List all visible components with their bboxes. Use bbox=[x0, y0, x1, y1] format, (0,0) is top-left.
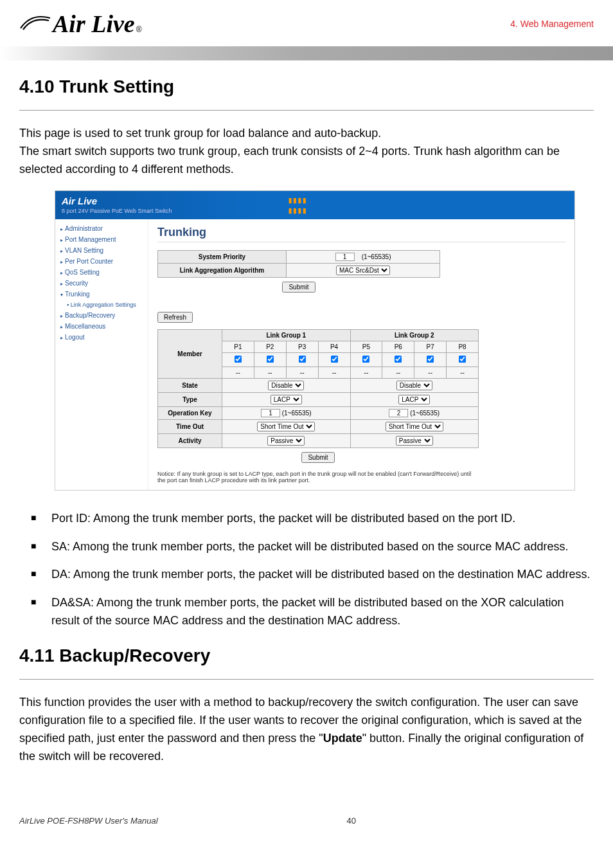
sidebar-item-label: Administrator bbox=[65, 225, 103, 232]
submit-button-top[interactable]: Submit bbox=[282, 282, 315, 293]
priority-table: System Priority (1~65535) Link Aggregati… bbox=[157, 250, 440, 278]
type-label: Type bbox=[158, 392, 222, 406]
submit-button-bottom[interactable]: Submit bbox=[301, 452, 334, 463]
sidebar-item-label: QoS Setting bbox=[65, 269, 100, 276]
activity-label: Activity bbox=[158, 433, 222, 448]
sidebar-item-qos[interactable]: ▸QoS Setting bbox=[55, 267, 148, 278]
opkey-range: (1~65535) bbox=[410, 410, 440, 417]
type-select-g1[interactable]: LACP bbox=[271, 395, 302, 404]
system-priority-cell: (1~65535) bbox=[287, 250, 440, 263]
member-checkbox-p5[interactable] bbox=[362, 356, 369, 363]
chevron-icon: ▸ bbox=[60, 313, 63, 319]
text-line: This page is used to set trunk group for… bbox=[19, 127, 381, 140]
timeout-label: Time Out bbox=[158, 419, 222, 433]
paragraph: This page is used to set trunk group for… bbox=[19, 125, 594, 179]
list-item: DA: Among the trunk member ports, the pa… bbox=[19, 566, 594, 584]
algo-cell: MAC Src&Dst bbox=[287, 263, 440, 277]
timeout-select-g1[interactable]: Short Time Out bbox=[257, 422, 315, 431]
dash-cell: -- bbox=[447, 366, 479, 378]
manual-title: AirLive POE-FSH8PW User's Manual bbox=[19, 816, 158, 826]
sidebar-item-label: Port Management bbox=[65, 236, 116, 243]
dash-cell: -- bbox=[382, 366, 414, 378]
sidebar-item-port-counter[interactable]: ▸Per Port Counter bbox=[55, 256, 148, 267]
sidebar-item-backup[interactable]: ▸Backup/Recovery bbox=[55, 310, 148, 321]
member-checkbox-p1[interactable] bbox=[235, 356, 242, 363]
dash-cell: -- bbox=[222, 366, 254, 378]
page-header: Air Live ® 4. Web Management bbox=[0, 0, 613, 41]
section-underline bbox=[19, 110, 594, 111]
port-header: P4 bbox=[318, 341, 350, 352]
ss-sidebar: ▸Administrator ▸Port Management ▸VLAN Se… bbox=[55, 219, 148, 490]
member-checkbox-p6[interactable] bbox=[395, 356, 402, 363]
sidebar-item-label: Backup/Recovery bbox=[65, 312, 115, 319]
sidebar-item-label: VLAN Setting bbox=[65, 247, 103, 254]
member-checkbox-p4[interactable] bbox=[331, 356, 338, 363]
breadcrumb: 4. Web Management bbox=[510, 19, 594, 29]
chevron-icon: ▸ bbox=[60, 335, 63, 341]
sidebar-item-logout[interactable]: ▸Logout bbox=[55, 332, 148, 343]
dash-cell: -- bbox=[350, 366, 382, 378]
chevron-icon: ▸ bbox=[60, 281, 63, 287]
sidebar-item-misc[interactable]: ▸Miscellaneous bbox=[55, 321, 148, 332]
state-select-g1[interactable]: Disable bbox=[268, 381, 304, 390]
state-select-g2[interactable]: Disable bbox=[396, 381, 432, 390]
sidebar-item-vlan[interactable]: ▸VLAN Setting bbox=[55, 245, 148, 256]
algo-label: Link Aggregation Algorithm bbox=[158, 263, 287, 277]
logo-swoosh-icon bbox=[19, 12, 51, 32]
page-title: Trunking bbox=[157, 226, 565, 242]
chevron-icon: ▸ bbox=[60, 237, 63, 243]
port-header: P5 bbox=[350, 341, 382, 352]
sidebar-item-label: Per Port Counter bbox=[65, 258, 113, 265]
opkey-label: Operation Key bbox=[158, 406, 222, 419]
chevron-icon: ▸ bbox=[60, 270, 63, 276]
port-header: P1 bbox=[222, 341, 254, 352]
sidebar-item-trunking[interactable]: ▾Trunking bbox=[55, 289, 148, 300]
bullet-icon: ▪ bbox=[67, 302, 69, 308]
header-divider-bar bbox=[0, 46, 613, 60]
ss-brand-sub: 8 port 24V Passive PoE Web Smart Switch bbox=[62, 208, 172, 214]
ss-main: Trunking System Priority (1~65535) Link … bbox=[148, 219, 574, 490]
sidebar-item-label: Logout bbox=[65, 334, 85, 341]
algo-select[interactable]: MAC Src&Dst bbox=[336, 266, 390, 275]
brand-registered: ® bbox=[136, 25, 142, 34]
dash-cell: -- bbox=[414, 366, 447, 378]
type-select-g2[interactable]: LACP bbox=[398, 395, 430, 404]
priority-range: (1~65535) bbox=[362, 253, 391, 260]
sidebar-subitem-link-agg[interactable]: ▪ Link Aggregation Settings bbox=[55, 300, 148, 310]
opkey-range: (1~65535) bbox=[282, 410, 312, 417]
system-priority-input[interactable] bbox=[335, 253, 355, 261]
page-number: 40 bbox=[347, 816, 356, 826]
trunking-screenshot: Air Live 8 port 24V Passive PoE Web Smar… bbox=[55, 190, 575, 491]
activity-select-g2[interactable]: Passive bbox=[396, 436, 433, 446]
sidebar-item-security[interactable]: ▸Security bbox=[55, 278, 148, 289]
member-label: Member bbox=[158, 329, 222, 378]
sidebar-item-label: Trunking bbox=[65, 291, 90, 298]
activity-select-g1[interactable]: Passive bbox=[267, 436, 305, 446]
paragraph: This function provides the user with a m… bbox=[19, 694, 594, 766]
sidebar-item-port-management[interactable]: ▸Port Management bbox=[55, 234, 148, 245]
opkey-input-g2[interactable] bbox=[389, 409, 408, 417]
timeout-select-g2[interactable]: Short Time Out bbox=[386, 422, 443, 431]
refresh-button[interactable]: Refresh bbox=[157, 312, 193, 323]
opkey-input-g1[interactable] bbox=[261, 409, 280, 417]
port-header: P7 bbox=[414, 341, 447, 352]
section-title-trunk: 4.10 Trunk Setting bbox=[19, 77, 594, 97]
state-label: State bbox=[158, 378, 222, 392]
page-footer: AirLive POE-FSH8PW User's Manual 40 bbox=[0, 797, 613, 832]
chevron-down-icon: ▾ bbox=[60, 292, 63, 298]
brand-text: Air Live bbox=[53, 10, 135, 38]
member-checkbox-p2[interactable] bbox=[267, 356, 274, 363]
list-item: Port ID: Among the trunk member ports, t… bbox=[19, 510, 594, 528]
sidebar-item-administrator[interactable]: ▸Administrator bbox=[55, 223, 148, 234]
chevron-icon: ▸ bbox=[60, 259, 63, 265]
system-priority-label: System Priority bbox=[158, 250, 287, 263]
bullet-list: Port ID: Among the trunk member ports, t… bbox=[19, 510, 594, 630]
lacp-notice: Notice: If any trunk group is set to LAC… bbox=[157, 471, 479, 484]
chevron-icon: ▸ bbox=[60, 226, 63, 232]
port-header: P2 bbox=[254, 341, 286, 352]
member-checkbox-p7[interactable] bbox=[427, 356, 434, 363]
member-checkbox-p3[interactable] bbox=[299, 356, 306, 363]
ss-header: Air Live 8 port 24V Passive PoE Web Smar… bbox=[55, 191, 574, 219]
member-checkbox-p8[interactable] bbox=[459, 356, 466, 363]
sidebar-item-label: Security bbox=[65, 280, 88, 287]
